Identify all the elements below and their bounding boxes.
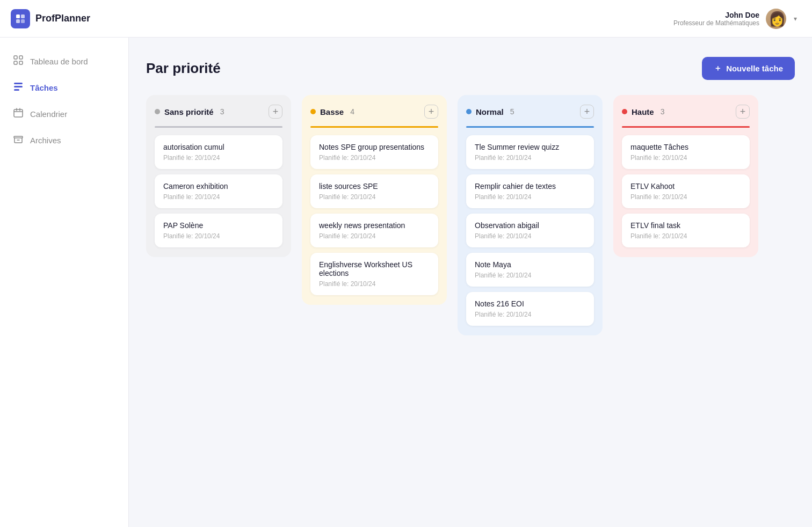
svg-rect-3 [21,19,25,23]
task-name: liste sources SPE [319,182,430,191]
user-name: John Doe [673,11,759,19]
svg-rect-10 [14,89,19,91]
task-card[interactable]: liste sources SPEPlanifié le: 20/10/24 [310,174,438,208]
calendar-icon [13,107,24,121]
column-sans: Sans priorité3+autorisation cumulPlanifi… [146,95,291,257]
svg-rect-5 [19,56,23,59]
column-divider-normal [466,126,594,128]
svg-rect-1 [21,14,25,18]
sidebar-item-calendrier[interactable]: Calendrier [0,101,128,127]
priority-dot-normal [466,109,472,114]
task-card[interactable]: ETLV KahootPlanifié le: 20/10/24 [622,174,750,208]
task-date: Planifié le: 20/10/24 [630,154,741,162]
new-task-button[interactable]: ＋ Nouvelle tâche [702,57,795,80]
avatar [766,9,786,29]
user-profile[interactable]: John Doe Professeur de Mathématiques ▾ [673,9,797,29]
task-name: Remplir cahier de textes [475,182,585,191]
svg-rect-9 [14,86,23,87]
svg-rect-2 [16,19,20,23]
task-name: maquette Tâches [630,143,741,151]
task-name: PAP Solène [163,221,274,230]
chevron-down-icon: ▾ [794,15,797,23]
column-title-normal: Normal [476,107,504,116]
svg-rect-11 [14,109,23,117]
task-card[interactable]: Remplir cahier de textesPlanifié le: 20/… [466,174,594,208]
task-card[interactable]: PAP SolènePlanifié le: 20/10/24 [155,214,282,247]
column-haute: Haute3+maquette TâchesPlanifié le: 20/10… [613,95,758,257]
task-date: Planifié le: 20/10/24 [319,154,430,162]
add-task-normal-button[interactable]: + [580,105,594,119]
svg-rect-12 [14,136,23,138]
user-role: Professeur de Mathématiques [673,19,759,27]
column-count-normal: 5 [510,107,514,116]
task-name: autorisation cumul [163,143,274,151]
dashboard-icon [13,55,24,68]
svg-rect-0 [16,14,20,18]
task-card[interactable]: autorisation cumulPlanifié le: 20/10/24 [155,135,282,169]
task-name: Notes SPE group presentations [319,143,430,151]
column-title-sans: Sans priorité [164,107,214,116]
column-header-normal: Normal5+ [466,105,594,119]
svg-rect-8 [14,83,23,84]
task-card[interactable]: Note MayaPlanifié le: 20/10/24 [466,253,594,287]
task-name: Observation abigail [475,221,585,230]
add-task-sans-button[interactable]: + [269,105,282,119]
page-title: Par priorité [146,60,221,77]
svg-rect-4 [14,56,17,59]
sidebar-item-taches[interactable]: Tâches [0,75,128,101]
new-task-label: Nouvelle tâche [726,64,783,73]
task-card[interactable]: Notes SPE group presentationsPlanifié le… [310,135,438,169]
sidebar-item-archives[interactable]: Archives [0,127,128,153]
task-date: Planifié le: 20/10/24 [475,311,585,318]
task-date: Planifié le: 20/10/24 [163,193,274,201]
task-card[interactable]: Englishverse Worksheet US electionsPlani… [310,253,438,295]
sidebar-label-tableau: Tableau de bord [30,57,88,66]
main-content: Par priorité ＋ Nouvelle tâche Sans prior… [129,38,812,527]
task-card[interactable]: Observation abigailPlanifié le: 20/10/24 [466,214,594,247]
archives-icon [13,134,24,147]
task-date: Planifié le: 20/10/24 [475,232,585,240]
app-name: ProfPlanner [35,13,90,24]
column-normal: Normal5+Tle Summer review quizzPlanifié … [458,95,603,335]
column-basse: Basse4+Notes SPE group presentationsPlan… [302,95,447,305]
column-count-sans: 3 [220,107,224,116]
sidebar-label-archives: Archives [30,136,61,145]
task-date: Planifié le: 20/10/24 [475,154,585,162]
task-card[interactable]: Notes 216 EOIPlanifié le: 20/10/24 [466,292,594,326]
task-card[interactable]: Cameron exhibitionPlanifié le: 20/10/24 [155,174,282,208]
column-divider-basse [310,126,438,128]
task-date: Planifié le: 20/10/24 [630,193,741,201]
column-header-sans: Sans priorité3+ [155,105,282,119]
column-count-basse: 4 [350,107,354,116]
task-name: ETLV Kahoot [630,182,741,191]
task-card[interactable]: weekly news presentationPlanifié le: 20/… [310,214,438,247]
plus-icon: ＋ [714,63,722,74]
task-date: Planifié le: 20/10/24 [319,193,430,201]
task-name: Notes 216 EOI [475,299,585,308]
task-date: Planifié le: 20/10/24 [475,193,585,201]
sidebar-label-calendrier: Calendrier [30,109,67,119]
task-date: Planifié le: 20/10/24 [630,232,741,240]
column-title-basse: Basse [320,107,344,116]
main-header: Par priorité ＋ Nouvelle tâche [146,57,795,80]
task-card[interactable]: Tle Summer review quizzPlanifié le: 20/1… [466,135,594,169]
task-card[interactable]: ETLV final taskPlanifié le: 20/10/24 [622,214,750,247]
sidebar-label-taches: Tâches [30,83,58,92]
task-card[interactable]: maquette TâchesPlanifié le: 20/10/24 [622,135,750,169]
task-name: Note Maya [475,260,585,269]
priority-dot-sans [155,109,160,114]
sidebar-item-tableau[interactable]: Tableau de bord [0,48,128,75]
svg-rect-6 [14,61,17,64]
column-divider-haute [622,126,750,128]
tasks-icon [13,81,24,94]
add-task-haute-button[interactable]: + [736,105,750,119]
column-title-haute: Haute [632,107,654,116]
task-name: weekly news presentation [319,221,430,230]
column-count-haute: 3 [661,107,665,116]
task-date: Planifié le: 20/10/24 [163,232,274,240]
user-info: John Doe Professeur de Mathématiques [673,11,759,27]
task-date: Planifié le: 20/10/24 [319,232,430,240]
main-layout: Tableau de bord Tâches Calendrier [0,38,812,527]
add-task-basse-button[interactable]: + [424,105,438,119]
logo: ProfPlanner [11,9,90,28]
